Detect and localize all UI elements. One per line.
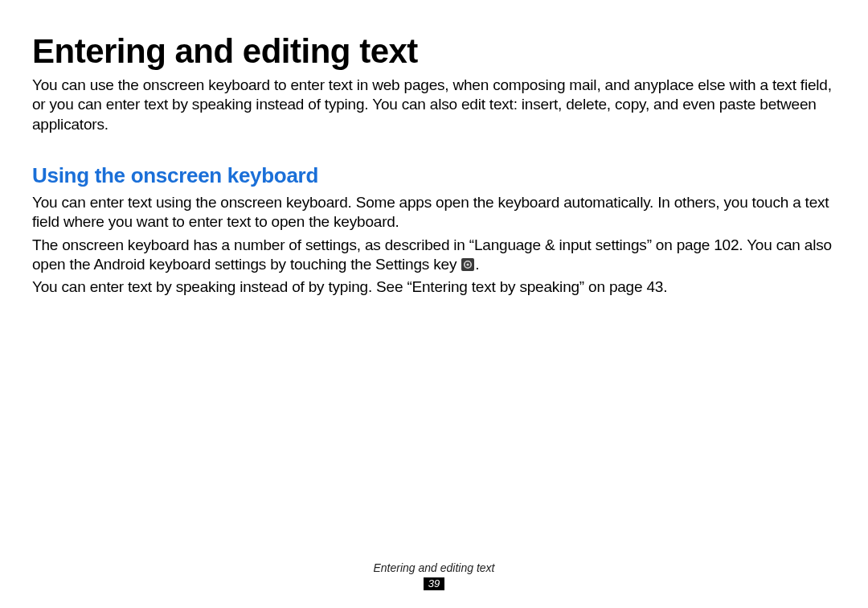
section-paragraph-1: You can enter text using the onscreen ke… bbox=[32, 193, 836, 232]
section-heading: Using the onscreen keyboard bbox=[32, 163, 836, 188]
section-paragraph-2a: The onscreen keyboard has a number of se… bbox=[32, 236, 832, 273]
settings-key-icon bbox=[461, 257, 474, 269]
section-paragraph-2b: . bbox=[475, 256, 479, 273]
page-footer: Entering and editing text 39 bbox=[0, 561, 868, 590]
intro-paragraph: You can use the onscreen keyboard to ent… bbox=[32, 76, 836, 134]
svg-point-2 bbox=[467, 263, 469, 265]
page-number: 39 bbox=[424, 577, 444, 590]
page-title: Entering and editing text bbox=[32, 32, 836, 71]
section-paragraph-3: You can enter text by speaking instead o… bbox=[32, 277, 836, 297]
document-page: Entering and editing text You can use th… bbox=[0, 0, 868, 608]
section-paragraph-2: The onscreen keyboard has a number of se… bbox=[32, 236, 836, 275]
footer-chapter: Entering and editing text bbox=[0, 561, 868, 574]
